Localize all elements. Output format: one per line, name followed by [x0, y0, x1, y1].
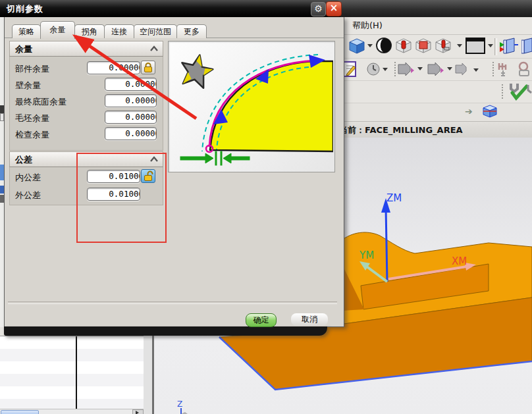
new-window-icon[interactable]	[521, 36, 532, 59]
stock-dimension-arrows	[180, 151, 250, 165]
cancel-button[interactable]: 取消	[291, 313, 328, 326]
mill-tool-2-dropdown[interactable]	[447, 67, 452, 70]
dialog-title: 切削参数	[7, 3, 43, 15]
dialog-bottom-bar	[4, 326, 327, 336]
tolerance-group-header[interactable]: 公差	[9, 151, 163, 167]
section-edit-icon[interactable]	[435, 37, 452, 57]
check-stock-label: 检查余量	[15, 129, 49, 141]
floor-stock-input[interactable]: 0.00000	[105, 94, 157, 107]
tolerance-group-fields: 内公差 0.01000 外公差 0.01000	[9, 167, 163, 205]
delay-clock-icon[interactable]	[366, 62, 381, 79]
wall-stock-input[interactable]: 0.00000	[105, 78, 157, 91]
collapse-chevron-icon[interactable]	[148, 44, 160, 54]
floor-stock-label: 最终底面余量	[15, 96, 66, 108]
cut-parameters-dialog: 切削参数 ⚙ × 策略 余量 拐角 连接 空间范围 更多 余量 部件余量 0.0…	[0, 0, 346, 336]
zm-axis[interactable]	[386, 207, 387, 282]
dialog-titlebar[interactable]: 切削参数 ⚙ ×	[0, 0, 340, 17]
intol-input[interactable]: 0.01000	[87, 170, 140, 183]
wall-stock-label: 壁余量	[15, 80, 41, 91]
blank-stock-label: 毛坯余量	[15, 113, 49, 124]
mill-tool-1-dropdown[interactable]	[417, 67, 423, 70]
status-current-label: 当前：FACE_MILLING_AREA	[339, 124, 463, 136]
outtol-input[interactable]: 0.01000	[87, 188, 140, 201]
scrollbar-right-button[interactable]	[132, 409, 144, 414]
stock-group-fields: 部件余量 0.00000 壁余量 0.00000 最终底面余量 0.00000 …	[9, 57, 163, 151]
section-cylinder-icon[interactable]	[395, 37, 412, 57]
toolbar-drag-handle[interactable]	[502, 84, 503, 99]
horizontal-scrollbar[interactable]	[0, 409, 144, 414]
shaded-cube-dropdown[interactable]	[367, 44, 373, 47]
blank-stock-input[interactable]: 0.00000	[105, 111, 157, 124]
nx-application-window: 帮助(H)	[0, 0, 532, 414]
section-box-icon[interactable]	[415, 37, 432, 57]
ym-axis-label: YM	[359, 249, 374, 261]
tab-more[interactable]: 更多	[176, 24, 207, 38]
selection-cube-icon[interactable]	[482, 103, 498, 122]
check-stock-input[interactable]: 0.00000	[105, 127, 157, 140]
preview-part-face	[210, 61, 333, 151]
outtol-label: 外公差	[15, 190, 41, 201]
tab-corners[interactable]: 拐角	[74, 24, 105, 38]
panel-divider[interactable]	[144, 336, 154, 414]
list-column-divider	[76, 336, 77, 409]
part-stock-lock-icon[interactable]	[141, 61, 155, 74]
show-window-icon[interactable]	[498, 36, 518, 59]
button-separator	[8, 301, 337, 304]
clipped-icon	[527, 84, 532, 102]
collapse-chevron-icon[interactable]	[148, 155, 160, 165]
section-dropdown[interactable]	[457, 44, 462, 47]
ok-button[interactable]: 确定	[246, 313, 277, 327]
part-stock-input[interactable]: 0.00000	[87, 61, 140, 74]
flat-display-dropdown[interactable]	[488, 44, 493, 47]
scrollbar-thumb[interactable]	[1, 410, 39, 414]
menu-help[interactable]: 帮助(H)	[352, 20, 383, 32]
dialog-close-button[interactable]: ×	[326, 1, 342, 16]
toolbar-drag-handle[interactable]	[394, 62, 396, 76]
part-stock-label: 部件余量	[15, 63, 49, 75]
z-axis-label: Z	[177, 400, 182, 409]
mill-tool-icon-3[interactable]	[455, 63, 472, 79]
toolbar-drag-handle[interactable]	[492, 62, 494, 76]
tab-containment[interactable]: 空间范围	[134, 24, 177, 38]
intol-unlock-icon[interactable]	[141, 169, 155, 183]
tab-stock[interactable]: 余量	[40, 21, 75, 39]
xm-axis-label: XM	[452, 255, 467, 267]
dialog-settings-button[interactable]: ⚙	[311, 2, 326, 16]
mill-tool-icon-1[interactable]	[398, 62, 415, 79]
shaded-cube-icon[interactable]	[348, 37, 366, 58]
machine-sim-icon-disabled	[517, 61, 532, 81]
stock-preview-panel	[168, 41, 335, 172]
operation-list-panel[interactable]	[0, 336, 144, 414]
go-arrow-icon[interactable]: ➔	[465, 106, 473, 116]
mill-tool-3-dropdown[interactable]	[473, 68, 479, 72]
zm-axis-label: ZM	[386, 192, 402, 204]
render-style-icon[interactable]	[375, 37, 392, 57]
tab-strategy[interactable]: 策略	[12, 24, 41, 38]
clock-dropdown[interactable]	[383, 68, 388, 71]
toolpath-list-icon-disabled	[497, 61, 516, 81]
mill-tool-icon-2[interactable]	[427, 62, 444, 79]
intol-label: 内公差	[15, 172, 41, 184]
stock-group-header[interactable]: 余量	[9, 41, 163, 57]
toolbar-separator	[494, 38, 497, 55]
tab-connections[interactable]: 连接	[104, 24, 134, 38]
flat-display-icon[interactable]	[466, 38, 485, 54]
cutter-icon	[178, 52, 215, 90]
